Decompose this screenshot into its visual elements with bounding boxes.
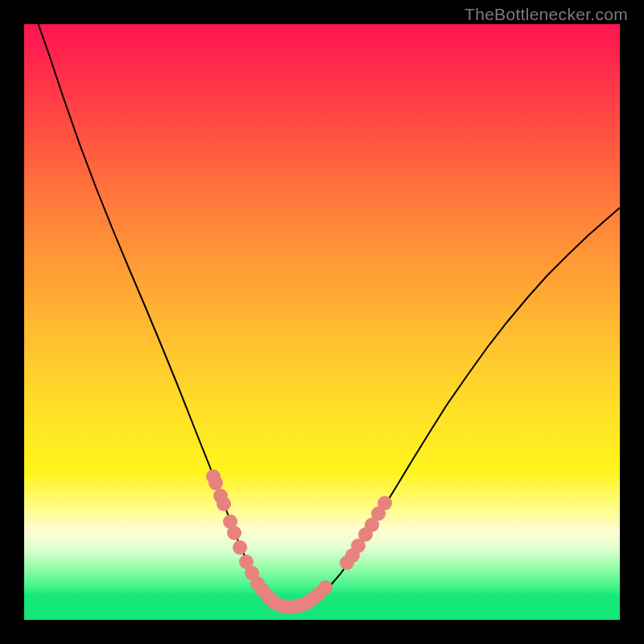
data-point [208,476,223,490]
watermark-text: TheBottlenecker.com [464,5,628,24]
data-points [24,24,620,620]
data-point [217,497,231,511]
data-point [227,526,242,540]
data-point [378,496,392,510]
data-point [318,580,332,595]
plot-area [24,24,620,620]
data-point [233,540,247,555]
